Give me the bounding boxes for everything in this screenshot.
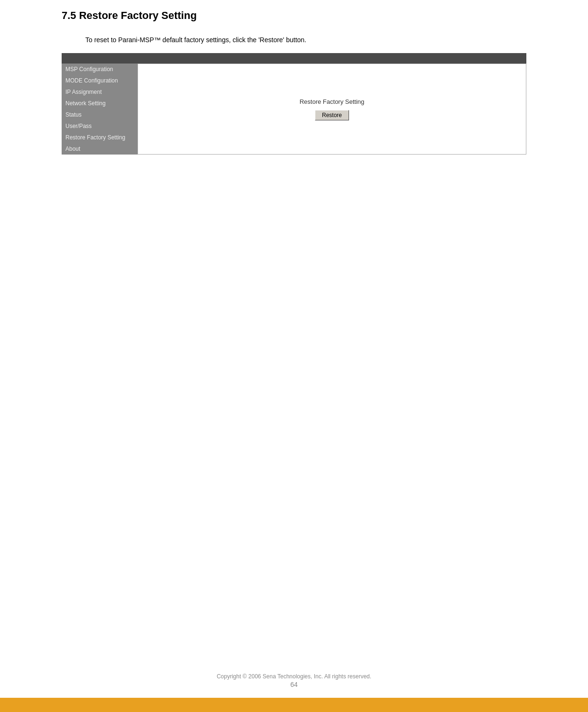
nav-item-restore-factory-setting[interactable]: Restore Factory Setting bbox=[62, 132, 138, 143]
nav-item-network-setting[interactable]: Network Setting bbox=[62, 98, 138, 109]
footer: Copyright © 2006 Sena Technologies, Inc.… bbox=[0, 673, 588, 688]
nav-item-ip-assignment[interactable]: IP Assignment bbox=[62, 86, 138, 98]
restore-box: Restore Factory Setting Restore bbox=[300, 98, 365, 120]
page-title: 7.5 Restore Factory Setting bbox=[62, 9, 526, 22]
restore-button[interactable]: Restore bbox=[315, 110, 349, 120]
nav-header-dark bbox=[62, 53, 526, 64]
restore-factory-setting-label: Restore Factory Setting bbox=[300, 98, 365, 105]
content-area: Restore Factory Setting Restore bbox=[138, 64, 526, 155]
nav-sidebar: MSP Configuration MODE Configuration IP … bbox=[62, 64, 138, 155]
copyright-text: Copyright © 2006 Sena Technologies, Inc.… bbox=[217, 673, 371, 680]
nav-item-user-pass[interactable]: User/Pass bbox=[62, 120, 138, 132]
nav-menu: MSP Configuration MODE Configuration IP … bbox=[62, 64, 138, 155]
nav-item-msp-configuration[interactable]: MSP Configuration bbox=[62, 64, 138, 75]
page-number: 64 bbox=[0, 681, 588, 688]
bottom-bar bbox=[0, 698, 588, 712]
nav-item-mode-configuration[interactable]: MODE Configuration bbox=[62, 75, 138, 86]
page-description: To reset to Parani-MSP™ default factory … bbox=[85, 36, 526, 44]
nav-item-about[interactable]: About bbox=[62, 143, 138, 155]
nav-item-status[interactable]: Status bbox=[62, 109, 138, 120]
